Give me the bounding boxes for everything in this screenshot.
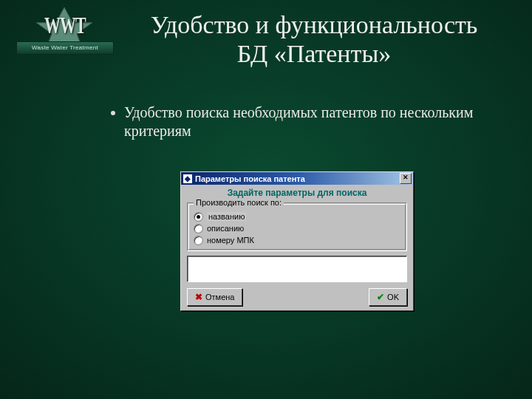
radio-icon: [194, 236, 203, 245]
cancel-button[interactable]: ✖ Отмена: [187, 288, 242, 306]
logo: WWT Waste Water Treatment: [16, 6, 112, 65]
ok-button[interactable]: ✔ OK: [369, 288, 407, 306]
radio-icon: [194, 224, 203, 233]
bullet-item: Удобство поиска необходимых патентов по …: [111, 103, 502, 140]
dialog-button-row: ✖ Отмена ✔ OK: [181, 287, 413, 307]
radio-option-name[interactable]: названию: [194, 211, 400, 222]
bullet-text: Удобство поиска необходимых патентов по …: [124, 103, 502, 140]
slide-body: Удобство поиска необходимых патентов по …: [111, 103, 502, 140]
title-line-2: БД «Патенты»: [237, 40, 392, 67]
dialog-body: Задайте параметры для поиска Производить…: [180, 185, 414, 311]
ok-label: OK: [387, 293, 399, 301]
app-icon: ◆: [183, 174, 192, 183]
logo-ribbon: Waste Water Treatment: [16, 41, 114, 55]
radio-option-description[interactable]: описанию: [194, 222, 400, 234]
dialog-title: Параметры поиска патента: [195, 174, 305, 183]
radio-label: описанию: [207, 224, 244, 233]
ok-icon: ✔: [377, 292, 384, 302]
radio-label: номеру МПК: [207, 236, 254, 245]
title-line-1: Удобство и функциональность: [151, 11, 478, 38]
bullet-icon: [111, 111, 115, 115]
radio-icon: [194, 212, 203, 222]
search-params-dialog: ◆ Параметры поиска патента ✕ Задайте пар…: [180, 171, 414, 311]
cancel-icon: ✖: [195, 292, 202, 302]
cancel-label: Отмена: [205, 293, 234, 301]
dialog-titlebar[interactable]: ◆ Параметры поиска патента ✕: [180, 171, 414, 185]
search-text-input[interactable]: [187, 256, 407, 282]
slide-title: Удобство и функциональность БД «Патенты»: [118, 10, 510, 68]
radio-label: названию: [207, 212, 246, 221]
slide: WWT Waste Water Treatment Удобство и фун…: [0, 0, 532, 399]
close-button[interactable]: ✕: [400, 173, 412, 184]
radio-option-mpk[interactable]: номеру МПК: [194, 234, 400, 246]
logo-monogram: WWT: [44, 13, 86, 39]
search-by-group: Производить поиск по: названию описанию …: [187, 202, 407, 251]
group-legend: Производить поиск по:: [194, 198, 284, 207]
